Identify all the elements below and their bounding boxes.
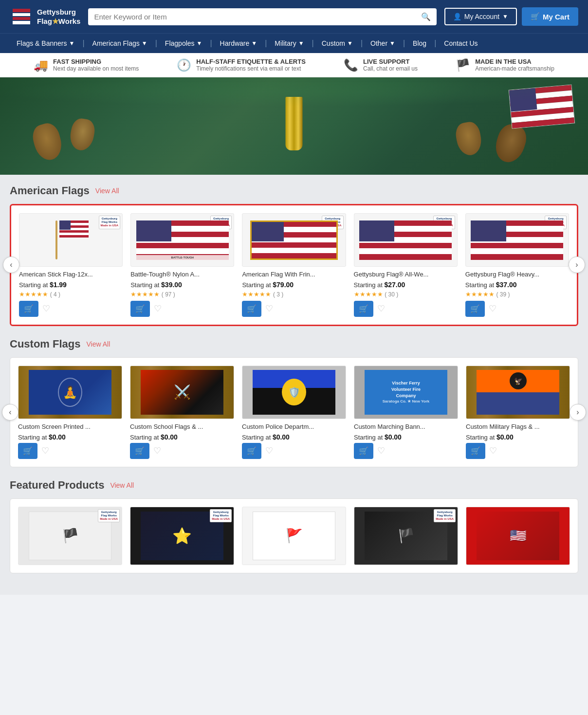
search-bar: 🔍 <box>88 8 436 25</box>
chevron-down-icon: ▼ <box>389 40 395 47</box>
section-header-custom: Custom Flags View All <box>10 338 578 350</box>
svg-rect-4 <box>13 21 30 24</box>
custom-product-price-0: Starting at $0.00 <box>18 433 122 441</box>
add-to-cart-button-2[interactable]: 🛒 <box>242 301 261 317</box>
custom-flags-carousel: ‹ 🧘 Custom Screen Printed ... S <box>10 357 578 467</box>
add-to-cart-button-3[interactable]: 🛒 <box>354 301 373 317</box>
product-price-2: Starting at $79.00 <box>242 281 346 289</box>
featured-products-view-all[interactable]: View All <box>110 481 134 489</box>
featured-products-row: 🏴 GettysburgFlag Works Made in USA ⭐ Get… <box>10 498 578 573</box>
custom-carousel-next-button[interactable]: › <box>570 404 586 421</box>
product-price-3: Starting at $27.00 <box>354 281 458 289</box>
product-name-3: Gettysburg Flag® All-We... <box>354 271 458 279</box>
featured-image-4: 🇺🇸 <box>466 507 570 565</box>
featured-image-3: 🏴 GettysburgFlag Works Made in USA <box>354 507 458 565</box>
nav-item-hardware[interactable]: Hardware ▼ <box>213 34 264 53</box>
carousel-prev-button[interactable]: ‹ <box>3 257 19 273</box>
featured-card-1: ⭐ GettysburgFlag Works Made in USA <box>130 507 234 565</box>
american-flags-view-all[interactable]: View All <box>95 187 119 195</box>
product-stars-0: ★★★★★ ( 4 ) <box>19 291 123 298</box>
custom-wishlist-button-3[interactable]: ♡ <box>377 445 385 456</box>
nav-item-blog[interactable]: Blog <box>406 34 433 53</box>
account-icon: 👤 <box>453 13 461 20</box>
custom-carousel-prev-button[interactable]: ‹ <box>2 404 18 421</box>
chevron-down-icon: ▼ <box>69 40 75 47</box>
my-cart-button[interactable]: 🛒 My Cart <box>522 7 578 26</box>
wishlist-button-4[interactable]: ♡ <box>489 303 496 314</box>
custom-product-price-4: Starting at $0.00 <box>466 433 570 441</box>
nav-item-flags-banners[interactable]: Flags & Banners ▼ <box>10 34 81 53</box>
nav-separator: | <box>434 39 436 48</box>
product-price-4: Starting at $37.00 <box>465 281 569 289</box>
product-card-allweather: GettysburgFlag Works Made in USA <box>354 213 458 317</box>
custom-product-name-3: Custom Marching Bann... <box>354 423 458 431</box>
nav-separator: | <box>155 39 157 48</box>
featured-card-2: 🚩 <box>242 507 346 565</box>
wishlist-button-2[interactable]: ♡ <box>265 303 273 314</box>
search-icon[interactable]: 🔍 <box>421 12 431 21</box>
wishlist-button-1[interactable]: ♡ <box>154 303 162 314</box>
product-image-battle-tough: GettysburgFlag Works Made in USA <box>130 213 234 267</box>
custom-wishlist-button-4[interactable]: ♡ <box>489 445 497 456</box>
custom-product-name-1: Custom School Flags & ... <box>130 423 234 431</box>
cart-icon: 🛒 <box>531 12 540 21</box>
custom-add-to-cart-button-0[interactable]: 🛒 <box>18 443 37 459</box>
product-price-0: Starting at $1.99 <box>19 281 123 289</box>
logo[interactable]: Gettysburg Flag★Works <box>10 5 80 28</box>
custom-add-to-cart-button-1[interactable]: 🛒 <box>130 443 149 459</box>
nav-separator: | <box>361 39 363 48</box>
nav-separator: | <box>312 39 314 48</box>
product-card-heavy: GettysburgFlag Works Made in USA <box>465 213 569 317</box>
clock-icon: 🕐 <box>177 58 191 72</box>
my-account-button[interactable]: 👤 My Account ▼ <box>444 8 517 25</box>
custom-wishlist-button-2[interactable]: ♡ <box>265 445 273 456</box>
custom-product-card-3: Vischer Ferry Volunteer Fire Company Sar… <box>354 366 458 459</box>
nav-item-contact[interactable]: Contact Us <box>437 34 484 53</box>
product-image-heavy: GettysburgFlag Works Made in USA <box>465 213 569 267</box>
chevron-down-icon: ▼ <box>251 40 257 47</box>
product-image-allweather: GettysburgFlag Works Made in USA <box>354 213 458 267</box>
nav-item-custom[interactable]: Custom ▼ <box>315 34 360 53</box>
custom-wishlist-button-1[interactable]: ♡ <box>153 445 161 456</box>
custom-product-card-2: 🛡️ Custom Police Departm... Starting at … <box>242 366 346 459</box>
custom-add-to-cart-button-3[interactable]: 🛒 <box>354 443 373 459</box>
custom-product-name-0: Custom Screen Printed ... <box>18 423 122 431</box>
product-actions-3: 🛒 ♡ <box>354 301 458 317</box>
chevron-down-icon: ▼ <box>197 40 202 47</box>
custom-product-actions-0: 🛒 ♡ <box>18 443 122 459</box>
custom-add-to-cart-button-2[interactable]: 🛒 <box>242 443 261 459</box>
nav-item-american-flags[interactable]: American Flags ▼ <box>86 34 154 53</box>
nav-item-flagpoles[interactable]: Flagpoles ▼ <box>158 34 209 53</box>
product-image-fringe: GettysburgFlag Works Made in USA <box>242 213 346 267</box>
product-name-2: American Flag With Frin... <box>242 271 346 279</box>
custom-add-to-cart-button-4[interactable]: 🛒 <box>466 443 485 459</box>
flag-icon: 🏴 <box>456 58 470 72</box>
featured-products-title: Featured Products <box>10 479 104 492</box>
nav-item-other[interactable]: Other ▼ <box>364 34 402 53</box>
carousel-next-button[interactable]: › <box>569 257 585 273</box>
wishlist-button-3[interactable]: ♡ <box>377 303 385 314</box>
logo-icon <box>10 5 33 28</box>
product-stars-2: ★★★★★ ( 3 ) <box>242 291 346 298</box>
phone-icon: 📞 <box>344 58 358 72</box>
add-to-cart-button-4[interactable]: 🛒 <box>465 301 485 317</box>
custom-product-name-2: Custom Police Departm... <box>242 423 346 431</box>
custom-product-price-3: Starting at $0.00 <box>354 433 458 441</box>
custom-wishlist-button-0[interactable]: ♡ <box>41 445 49 456</box>
truck-icon: 🚚 <box>34 58 48 72</box>
info-bar: 🚚 FAST SHIPPING Next day available on mo… <box>0 53 588 77</box>
add-to-cart-button-1[interactable]: 🛒 <box>130 301 150 317</box>
nav-item-military[interactable]: Military ▼ <box>268 34 311 53</box>
custom-product-image-0: 🧘 <box>18 366 122 419</box>
product-image-stick-flag: GettysburgFlag Works Made in USA <box>19 213 123 267</box>
svg-rect-3 <box>13 17 30 20</box>
stick-flag-graphic <box>55 220 86 259</box>
featured-image-0: 🏴 GettysburgFlag Works Made in USA <box>18 507 122 565</box>
custom-product-actions-1: 🛒 ♡ <box>130 443 234 459</box>
made-usa-badge-featured-3: GettysburgFlag Works Made in USA <box>434 509 456 523</box>
custom-flags-view-all[interactable]: View All <box>86 340 110 348</box>
wishlist-button-0[interactable]: ♡ <box>42 303 50 314</box>
svg-rect-1 <box>13 9 30 12</box>
add-to-cart-button-0[interactable]: 🛒 <box>19 301 38 317</box>
search-input[interactable] <box>94 13 417 21</box>
